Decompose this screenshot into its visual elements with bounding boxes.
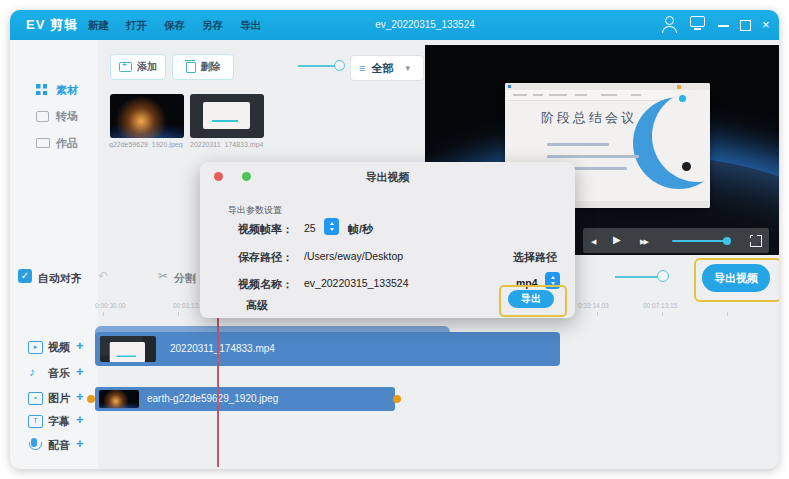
minimize-icon[interactable]	[718, 18, 729, 27]
ppt-share-icon	[677, 85, 681, 89]
save-path-value[interactable]: /Users/eway/Desktop	[304, 250, 403, 262]
ruler-label: 00:07:13.15	[643, 302, 677, 309]
image-clip-thumbnail	[99, 390, 139, 408]
menu-save-as[interactable]: 另存	[202, 19, 223, 33]
add-music-clip-button[interactable]: +	[76, 366, 84, 378]
menu-open[interactable]: 打开	[126, 19, 147, 33]
image-track-icon: ▪	[28, 392, 43, 405]
app-window: EV 剪辑 新建 打开 保存 另存 导出 ev_20220315_133524 …	[10, 10, 779, 469]
music-track-icon: ♪	[29, 366, 35, 378]
advanced-button[interactable]: 高级	[246, 298, 268, 313]
video-name-label: 视频名称：	[238, 277, 293, 292]
video-track-icon: ▸	[28, 341, 43, 354]
menu-export[interactable]: 导出	[240, 19, 261, 33]
screen-record-icon[interactable]	[690, 14, 705, 27]
dialog-section-label: 导出参数设置	[228, 204, 282, 217]
dialog-title: 导出视频	[200, 170, 575, 185]
choose-path-button[interactable]: 选择路径	[513, 250, 557, 265]
export-button[interactable]: 导出	[508, 290, 554, 308]
chevron-down-icon: ▾	[405, 63, 410, 73]
trash-icon	[186, 62, 196, 73]
export-quality-slider[interactable]	[615, 276, 660, 278]
export-quality-slider-knob[interactable]	[657, 270, 669, 282]
slide-title: 阶段总结会议	[541, 109, 637, 127]
playhead[interactable]	[217, 310, 219, 467]
slide-dark-dot	[682, 162, 691, 171]
stepper-up-icon	[551, 276, 555, 279]
add-folder-icon	[119, 62, 132, 72]
app-logo: EV 剪辑	[26, 16, 78, 34]
grid-icon	[36, 84, 47, 95]
video-clip[interactable]: 20220311_174833.mp4	[95, 332, 560, 366]
video-name-value[interactable]: ev_20220315_133524	[304, 277, 409, 289]
split-label[interactable]: 分割	[174, 271, 196, 286]
add-image-clip-button[interactable]: +	[76, 391, 84, 403]
voiceover-track-icon	[31, 438, 37, 447]
auto-align-label: 自动对齐	[38, 271, 82, 286]
transition-icon	[36, 111, 49, 122]
undo-icon[interactable]: ↶	[98, 269, 108, 283]
user-icon[interactable]	[662, 16, 677, 33]
fps-unit: 帧/秒	[348, 222, 373, 237]
fullscreen-icon[interactable]	[750, 235, 762, 247]
thumbnail-size-slider[interactable]	[298, 65, 338, 67]
volume-slider[interactable]	[672, 240, 728, 242]
maximize-icon[interactable]	[740, 18, 751, 31]
ruler-label: 0:33:14.03	[578, 302, 609, 309]
stepper-up-icon	[330, 222, 334, 225]
split-icon[interactable]: ✂	[158, 269, 168, 283]
stepper-down-icon	[330, 228, 334, 231]
player-bar: ◀ ▶ ▶▶	[583, 228, 769, 253]
export-dialog: 导出视频 导出参数设置 视频帧率： 25 帧/秒 保存路径： /Users/ew…	[200, 162, 575, 318]
fps-label: 视频帧率：	[238, 222, 293, 237]
video-clip-thumbnail	[100, 336, 156, 362]
sidebar-item-works[interactable]: 作品	[10, 133, 98, 155]
subtitle-track-icon: T	[28, 415, 43, 428]
document-title: ev_20220315_133524	[340, 19, 510, 30]
list-icon: ≡	[359, 62, 365, 74]
slide-cyan-dot	[679, 95, 686, 102]
title-bar: EV 剪辑 新建 打开 保存 另存 导出 ev_20220315_133524 …	[10, 10, 779, 40]
previous-frame-icon[interactable]: ◀	[591, 236, 596, 248]
add-material-button[interactable]: 添加	[110, 54, 166, 80]
menu-new[interactable]: 新建	[88, 19, 109, 33]
add-voiceover-clip-button[interactable]: +	[76, 438, 84, 450]
earth-thumbnail	[110, 94, 184, 138]
export-video-button[interactable]: 导出视频	[702, 264, 770, 292]
close-icon[interactable]: ×	[762, 18, 770, 31]
clip-trim-handle-left[interactable]	[87, 395, 95, 403]
video-thumbnail	[190, 94, 264, 138]
image-clip[interactable]: earth-g22de59629_1920.jpeg	[95, 387, 395, 411]
material-item-video-name: 20220311_174833.mp4	[190, 141, 276, 148]
material-item-image-name: g22de59629_1920.jpeg	[109, 141, 195, 148]
menu-save[interactable]: 保存	[164, 19, 185, 33]
material-item-video[interactable]	[190, 94, 264, 138]
fps-value[interactable]: 25	[304, 222, 316, 234]
save-path-label: 保存路径：	[238, 250, 293, 265]
ruler-label: 0:00:30.00	[95, 302, 126, 309]
clip-trim-handle-right[interactable]	[393, 395, 401, 403]
volume-slider-knob[interactable]	[723, 237, 731, 245]
material-item-image[interactable]	[110, 94, 184, 138]
add-subtitle-clip-button[interactable]: +	[76, 414, 84, 426]
fps-stepper[interactable]	[324, 218, 339, 235]
sidebar-item-transition[interactable]: 转场	[10, 106, 98, 128]
thumbnail-size-slider-knob[interactable]	[334, 60, 345, 71]
add-video-clip-button[interactable]: +	[76, 340, 84, 352]
play-icon[interactable]: ▶	[613, 234, 621, 246]
ppt-app-icon	[508, 85, 511, 88]
auto-align-checkbox[interactable]: ✓	[18, 269, 32, 283]
material-filter-dropdown[interactable]: ≡ 全部 ▾	[350, 55, 424, 81]
delete-material-button[interactable]: 删除	[172, 54, 234, 80]
works-icon	[36, 138, 50, 148]
sidebar-item-material[interactable]: 素材	[10, 80, 98, 102]
fast-forward-icon[interactable]: ▶▶	[640, 236, 647, 248]
